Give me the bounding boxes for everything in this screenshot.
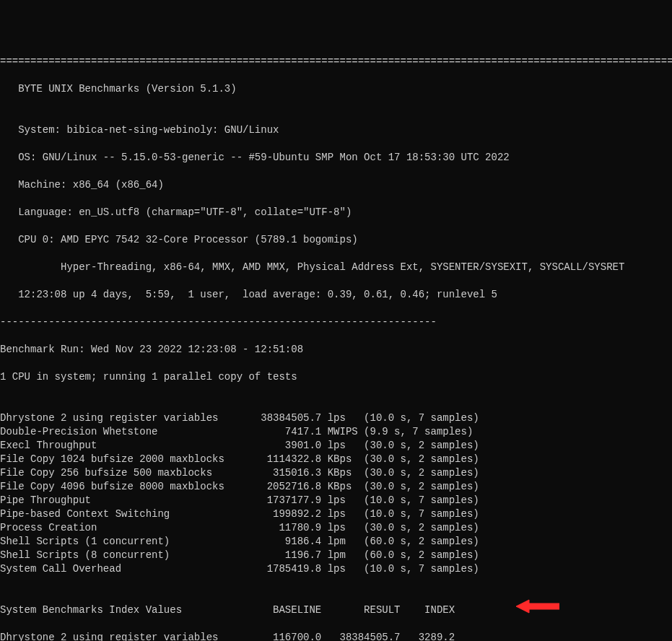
os-line: OS: GNU/Linux -- 5.15.0-53-generic -- #5… [0, 151, 672, 165]
svg-marker-0 [516, 600, 559, 613]
language-line: Language: en_US.utf8 (charmap="UTF-8", c… [0, 206, 672, 219]
result-row: File Copy 256 bufsize 500 maxblocks 3150… [0, 466, 672, 480]
system-line: System: bibica-net-sing-webinoly: GNU/Li… [0, 123, 672, 137]
result-row: File Copy 1024 bufsize 2000 maxblocks 11… [0, 453, 672, 466]
cpu-line: CPU 0: AMD EPYC 7542 32-Core Processor (… [0, 233, 672, 247]
result-row: Dhrystone 2 using register variables 383… [0, 411, 672, 425]
machine-line: Machine: x86_64 (x86_64) [0, 178, 672, 192]
result-row: Execl Throughput 3901.0 lps (30.0 s, 2 s… [0, 439, 672, 453]
result-row: File Copy 4096 bufsize 8000 maxblocks 20… [0, 480, 672, 494]
divider-dash: ----------------------------------------… [0, 315, 672, 329]
result-row: Process Creation 11780.9 lps (30.0 s, 2 … [0, 521, 672, 535]
uptime-line: 12:23:08 up 4 days, 5:59, 1 user, load a… [0, 288, 672, 302]
run-line: Benchmark Run: Wed Nov 23 2022 12:23:08 … [0, 343, 672, 357]
cpu-features: Hyper-Threading, x86-64, MMX, AMD MMX, P… [0, 261, 672, 274]
title: BYTE UNIX Benchmarks (Version 5.1.3) [0, 82, 672, 96]
result-row: Shell Scripts (1 concurrent) 9186.4 lpm … [0, 535, 672, 549]
result-row: Pipe Throughput 1737177.9 lps (10.0 s, 7… [0, 494, 672, 507]
result-row: Double-Precision Whetstone 7417.1 MWIPS … [0, 425, 672, 439]
results-block: Dhrystone 2 using register variables 383… [0, 411, 672, 576]
index-row: Dhrystone 2 using register variables 116… [0, 631, 672, 641]
index-block: Dhrystone 2 using register variables 116… [0, 631, 672, 641]
divider-header: ========================================… [0, 55, 672, 69]
result-row: System Call Overhead 1785419.8 lps (10.0… [0, 562, 672, 576]
result-row: Pipe-based Context Switching 199892.2 lp… [0, 507, 672, 521]
index-header: System Benchmarks Index Values BASELINE … [0, 603, 672, 617]
cpu-count-line: 1 CPU in system; running 1 parallel copy… [0, 370, 672, 384]
arrow-icon [516, 571, 559, 585]
result-row: Shell Scripts (8 concurrent) 1196.7 lpm … [0, 549, 672, 562]
